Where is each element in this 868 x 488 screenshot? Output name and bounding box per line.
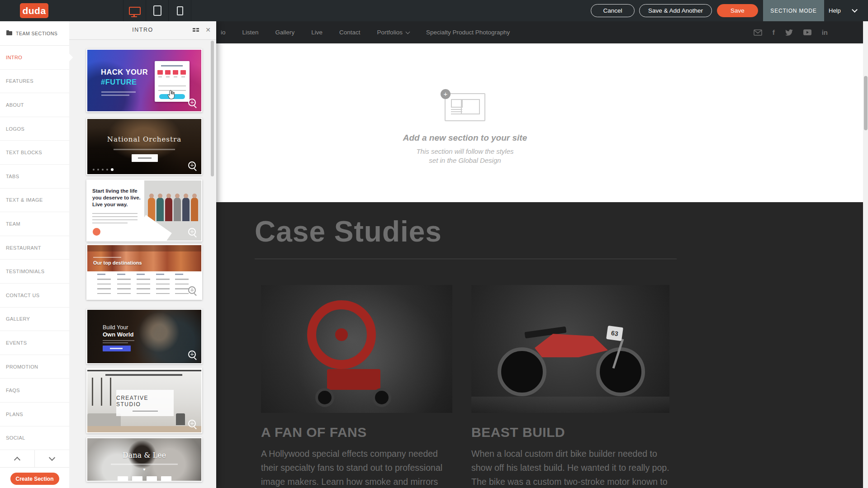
template-thumbnail-hack-your-future[interactable]: HACK YOUR #FUTURE [86, 49, 202, 112]
thumbnail-art: National Orchestra [87, 119, 201, 174]
card-text: A Hollywood special effects company need… [261, 447, 452, 488]
thumb-title: Dana & Lee [87, 451, 201, 460]
decorative-bar [111, 464, 178, 465]
sidebar-item-label: FAQS [6, 388, 20, 393]
template-thumbnail-build-your-own-world[interactable]: Build Your Own World [86, 309, 202, 364]
sidebar-item-social[interactable]: SOCIAL [0, 426, 69, 450]
thumb-title-line1: Build Your [103, 324, 128, 331]
nav-item-portfolios[interactable]: Portfolios [377, 29, 409, 36]
add-section-placeholder[interactable]: + Add a new section to your site This se… [386, 93, 544, 165]
mobile-view-button[interactable] [168, 0, 191, 21]
sidebar-item-label: INTRO [6, 55, 22, 60]
nav-item-live[interactable]: Live [311, 29, 323, 36]
panel-header: INTRO ✕ [69, 21, 216, 40]
sidebar-item-label: TABS [6, 174, 19, 179]
thumb-title: Our top destinations [93, 260, 142, 265]
save-button[interactable]: Save [717, 4, 758, 17]
nav-item-gallery[interactable]: Gallery [275, 29, 295, 36]
sidebar-item-label: CONTACT US [6, 293, 40, 298]
folder-icon [6, 31, 12, 35]
cancel-button[interactable]: Cancel [591, 4, 635, 17]
layout-toggle-icon[interactable] [193, 28, 199, 32]
nav-item-truncated[interactable]: io [221, 29, 226, 36]
sidebar-item-features[interactable]: FEATURES [0, 70, 69, 94]
template-thumbnail-dana-and-lee[interactable]: Dana & Lee ♥ [86, 437, 202, 482]
zoom-preview-icon[interactable] [188, 161, 198, 171]
fan-wheel-shape [315, 388, 334, 407]
facebook-icon[interactable]: f [773, 28, 775, 36]
thumbnail-art: Start living the life you deserve to liv… [87, 180, 201, 241]
twitter-icon[interactable] [785, 29, 793, 36]
sidebar-item-tabs[interactable]: TABS [0, 165, 69, 189]
panel-scrollbar-thumb[interactable] [211, 41, 214, 176]
template-thumbnail-creative-studio[interactable]: CREATIVE STUDIO [86, 368, 202, 433]
zoom-preview-icon[interactable] [188, 228, 198, 237]
countdown-labels [158, 76, 185, 77]
sections-sidebar: TEAM SECTIONS INTRO FEATURES ABOUT LOGOS… [0, 21, 69, 488]
thumb-title: Start living the life you deserve to liv… [92, 188, 143, 208]
linkedin-icon[interactable]: in [822, 28, 828, 36]
empty-section-zone: + Add a new section to your site This se… [216, 43, 863, 202]
sidebar-item-logos[interactable]: LOGOS [0, 117, 69, 141]
placeholder-line1: This section will follow the styles [386, 147, 544, 156]
tablet-icon [153, 5, 161, 16]
thumb-title-line2: Own World [103, 331, 133, 338]
sidebar-item-events[interactable]: EVENTS [0, 331, 69, 355]
zoom-preview-icon[interactable] [188, 351, 198, 360]
sidebar-item-intro[interactable]: INTRO [0, 46, 69, 70]
sidebar-item-plans[interactable]: PLANS [0, 403, 69, 426]
scroll-down-button[interactable] [35, 450, 69, 467]
tablet-view-button[interactable] [146, 0, 168, 21]
bike-wheel-shape [596, 347, 645, 396]
sidebar-item-contact-us[interactable]: CONTACT US [0, 284, 69, 308]
link-column [97, 274, 111, 298]
page-scrollbar-thumb[interactable] [864, 76, 868, 130]
page-scrollbar-track[interactable] [863, 21, 868, 488]
sidebar-item-gallery[interactable]: GALLERY [0, 308, 69, 332]
section-mode-badge: SECTION MODE [763, 0, 824, 21]
desktop-icon [129, 7, 141, 15]
close-icon[interactable]: ✕ [205, 26, 211, 33]
sidebar-item-label: TESTIMONIALS [6, 269, 44, 274]
section-template-panel: INTRO ✕ HACK YOUR #FUTURE [69, 21, 216, 488]
duda-logo[interactable]: duda [20, 3, 48, 18]
save-add-another-button[interactable]: Save & Add Another [639, 4, 712, 17]
zoom-preview-icon[interactable] [188, 286, 198, 296]
placeholder-line2: set in the Global Design [386, 156, 544, 165]
template-thumbnail-top-destinations[interactable]: Our top destinations [86, 244, 202, 300]
desktop-view-button[interactable] [123, 0, 146, 21]
sidebar-item-label: PROMOTION [6, 364, 38, 370]
editor-topbar: duda Cancel Save & Add Another Save SECT… [0, 0, 868, 21]
link-column [117, 274, 131, 298]
sidebar-item-text-image[interactable]: TEXT & IMAGE [0, 189, 69, 213]
template-thumbnail-live-your-way[interactable]: Start living the life you deserve to liv… [86, 180, 202, 242]
carousel-dots [93, 168, 114, 171]
sidebar-item-about[interactable]: ABOUT [0, 93, 69, 117]
youtube-icon[interactable] [803, 29, 811, 35]
sidebar-item-team[interactable]: TEAM [0, 212, 69, 236]
zoom-preview-icon[interactable] [188, 99, 198, 108]
social-links: f in [754, 21, 828, 43]
thumbnail-art: Dana & Lee ♥ [87, 438, 201, 481]
sidebar-item-promotion[interactable]: PROMOTION [0, 355, 69, 379]
thumb-title: CREATIVE STUDIO [116, 395, 174, 407]
heart-icon: ♥ [87, 467, 201, 472]
help-menu[interactable]: Help [829, 0, 857, 21]
create-section-button[interactable]: Create Section [10, 473, 59, 485]
sidebar-item-faqs[interactable]: FAQS [0, 379, 69, 403]
cta-button-shape [132, 154, 158, 162]
scroll-up-button[interactable] [0, 450, 35, 467]
nav-item-contact[interactable]: Contact [339, 29, 360, 36]
template-thumbnail-national-orchestra[interactable]: National Orchestra [86, 118, 202, 175]
nav-item-listen[interactable]: Listen [242, 29, 259, 36]
chevron-down-icon [405, 29, 410, 34]
sidebar-item-testimonials[interactable]: TESTIMONIALS [0, 260, 69, 284]
email-icon[interactable] [754, 29, 762, 36]
zoom-preview-icon[interactable] [188, 420, 198, 429]
decorative-bar [133, 411, 158, 412]
sidebar-item-text-blocks[interactable]: TEXT BLOCKS [0, 141, 69, 165]
case-studies-section: Case Studies A FAN OF FANS A Hollywood s… [216, 202, 863, 488]
sidebar-item-restaurant[interactable]: RESTAURANT [0, 236, 69, 260]
sidebar-item-label: RESTAURANT [6, 245, 41, 251]
nav-item-specialty[interactable]: Specialty Product Photography [426, 29, 510, 36]
